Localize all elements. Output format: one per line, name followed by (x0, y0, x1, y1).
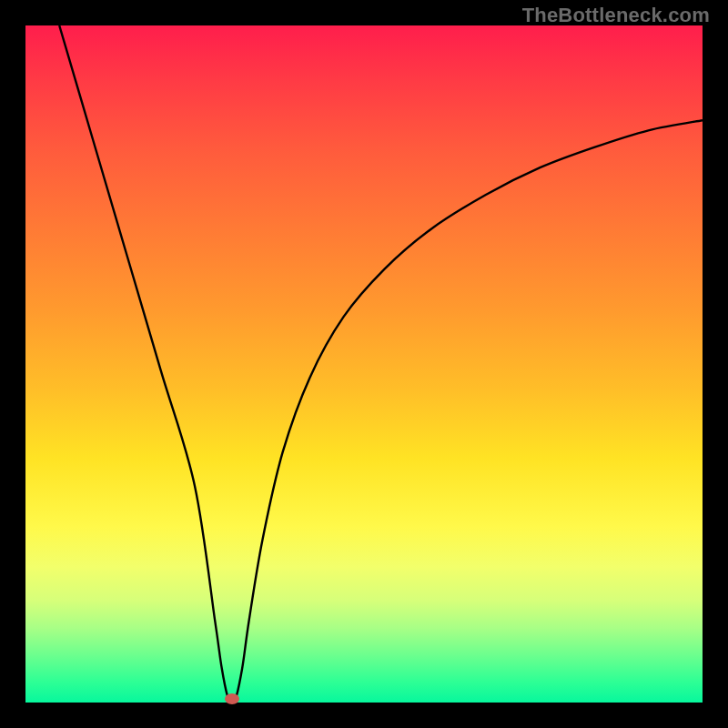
watermark-text: TheBottleneck.com (522, 4, 710, 27)
plot-area (25, 25, 703, 703)
chart-frame: TheBottleneck.com (0, 0, 728, 728)
optimum-marker (225, 693, 239, 704)
curve-svg (25, 25, 703, 703)
bottleneck-curve (59, 25, 703, 703)
